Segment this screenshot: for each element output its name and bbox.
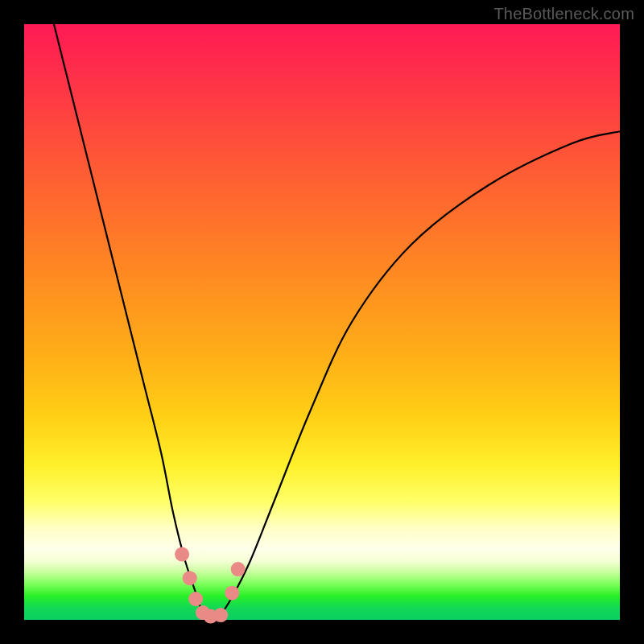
curve-marker (231, 562, 246, 576)
curve-svg (24, 24, 620, 620)
plot-area (24, 24, 620, 620)
marker-group (175, 547, 246, 624)
curve-marker (225, 586, 239, 601)
curve-marker (213, 608, 228, 622)
curve-marker (188, 592, 203, 606)
chart-frame: TheBottleneck.com (0, 0, 644, 644)
watermark-text: TheBottleneck.com (493, 5, 634, 23)
curve-marker (183, 571, 197, 585)
curve-marker (175, 547, 189, 562)
bottleneck-curve (54, 24, 620, 617)
